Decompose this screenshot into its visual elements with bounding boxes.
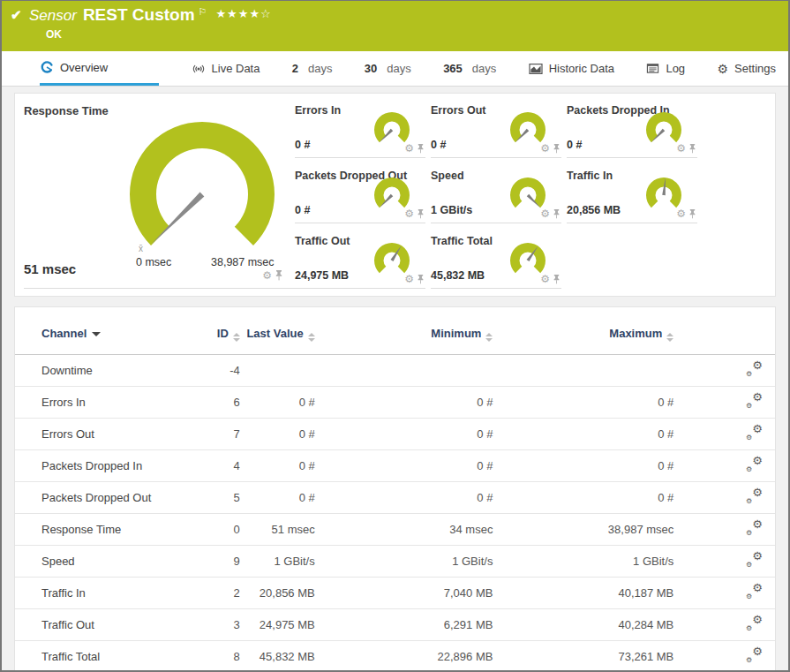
panel-actions: ⚙ (262, 269, 283, 281)
tab-live-data[interactable]: Live Data (192, 51, 260, 86)
status-check-icon: ✔ (11, 7, 22, 23)
gauge-value: 24,975 MB (295, 269, 349, 282)
pin-icon[interactable] (417, 274, 425, 284)
channel-id: 9 (188, 546, 239, 578)
gauge-panel-packets-dropped-out: Packets Dropped Out 0 # ⚙ (295, 162, 425, 223)
channel-last-value: 0 # (240, 419, 315, 450)
gauge-title: Speed (431, 170, 464, 182)
header-id[interactable]: ID (188, 321, 239, 355)
channel-name[interactable]: Speed (15, 546, 188, 578)
table-row-packets-dropped-out: Packets Dropped Out 5 0 # 0 # 0 # ⚙⚙ (15, 482, 775, 514)
tab-365-days[interactable]: 365 days (443, 51, 496, 86)
channel-settings-icon[interactable]: ⚙⚙ (746, 585, 763, 599)
gear-icon[interactable]: ⚙ (540, 208, 550, 219)
channel-minimum: 7,040 MB (315, 578, 493, 609)
pin-icon[interactable] (417, 143, 425, 154)
priority-stars[interactable]: ★★★★☆ (215, 7, 271, 20)
channel-minimum: 34 msec (315, 514, 493, 546)
panel-actions: ⚙ (404, 143, 425, 154)
pin-icon[interactable] (553, 274, 561, 284)
tab-overview[interactable]: Overview (40, 51, 159, 86)
pin-icon[interactable] (553, 143, 561, 154)
channel-id: 0 (188, 514, 239, 546)
channel-name[interactable]: Packets Dropped In (15, 450, 188, 482)
tab-historic-data[interactable]: Historic Data (529, 51, 614, 86)
channel-settings-icon[interactable]: ⚙⚙ (746, 648, 763, 662)
sensor-type-label: Sensor (29, 7, 77, 24)
broadcast-icon (192, 62, 206, 76)
channel-name[interactable]: Traffic In (15, 578, 188, 609)
tab-30-days[interactable]: 30 days (365, 51, 411, 86)
channel-name[interactable]: Downtime (15, 355, 188, 387)
channel-id: 3 (188, 609, 239, 641)
gauge-panel-errors-in: Errors In 0 # ⚙ (295, 97, 425, 158)
tab-label: Historic Data (549, 62, 614, 75)
tab-number: 2 (292, 62, 298, 75)
channel-settings-icon[interactable]: ⚙⚙ (746, 394, 763, 408)
gear-icon[interactable]: ⚙ (262, 270, 272, 281)
header-minimum[interactable]: Minimum (315, 321, 493, 355)
channel-minimum: 0 # (315, 482, 493, 514)
channel-name[interactable]: Traffic Out (15, 609, 188, 641)
channel-settings-icon[interactable]: ⚙⚙ (746, 426, 763, 440)
pin-icon[interactable] (688, 143, 696, 154)
table-row-errors-in: Errors In 6 0 # 0 # 0 # ⚙⚙ (15, 387, 775, 419)
pin-icon[interactable] (553, 208, 561, 219)
header-last-value[interactable]: Last Value (240, 321, 315, 355)
gear-icon[interactable]: ⚙ (676, 208, 686, 219)
channel-name[interactable]: Errors Out (15, 419, 188, 450)
gear-icon[interactable]: ⚙ (404, 274, 414, 284)
table-row-errors-out: Errors Out 7 0 # 0 # 0 # ⚙⚙ (15, 419, 775, 450)
channel-id: -4 (188, 355, 239, 387)
channel-settings-icon[interactable]: ⚙⚙ (746, 489, 763, 503)
tab-number: 365 (443, 62, 463, 75)
pin-icon[interactable] (688, 208, 696, 219)
table-row-traffic-out: Traffic Out 3 24,975 MB 6,291 MB 40,284 … (15, 609, 775, 641)
gauge-min-label: 0 msec (136, 256, 171, 268)
channel-minimum: 1 GBit/s (315, 546, 493, 578)
channel-settings-icon[interactable]: ⚙⚙ (746, 553, 763, 567)
tab-log[interactable]: Log (646, 51, 685, 86)
tab-settings[interactable]: ⚙ Settings (717, 51, 776, 86)
channel-settings-icon[interactable]: ⚙⚙ (746, 457, 763, 472)
gauge-value: 0 # (431, 139, 446, 151)
channel-settings-icon[interactable]: ⚙⚙ (746, 616, 763, 630)
sensor-header: ✔ SensorREST Custom⚐★★★★☆ OK (2, 1, 788, 51)
sort-direction-icon (92, 332, 101, 336)
gauge-panel-traffic-out: Traffic Out 24,975 MB ⚙ (295, 228, 425, 289)
panel-actions: ⚙ (404, 274, 425, 284)
channel-maximum (493, 355, 673, 387)
channel-name[interactable]: Errors In (15, 387, 188, 419)
gear-icon[interactable]: ⚙ (676, 143, 686, 154)
gear-icon[interactable]: ⚙ (404, 143, 414, 154)
channel-maximum: 73,261 MB (493, 641, 673, 672)
sort-icon (485, 333, 493, 342)
tab-label: Settings (734, 62, 776, 75)
channel-last-value: 45,832 MB (240, 641, 315, 672)
channel-last-value: 51 msec (240, 514, 315, 546)
panel-actions: ⚙ (540, 208, 561, 219)
gear-icon[interactable]: ⚙ (540, 274, 550, 284)
gauge-title: Traffic In (567, 170, 613, 182)
pin-icon[interactable] (417, 208, 425, 219)
table-row-downtime: Downtime -4 ⚙⚙ (15, 355, 775, 387)
header-channel[interactable]: Channel (15, 321, 188, 355)
gauge-max-label: 38,987 msec (211, 256, 275, 268)
channels-table: Channel ID Last Value Minimum Maximum Do… (15, 321, 775, 672)
gauge-panel-speed: Speed 1 GBit/s ⚙ (431, 162, 561, 223)
channel-name[interactable]: Traffic Total (15, 641, 188, 672)
channel-name[interactable]: Packets Dropped Out (15, 482, 188, 514)
tab-2-days[interactable]: 2 days (292, 51, 333, 86)
channel-settings-icon[interactable]: ⚙⚙ (746, 362, 763, 376)
gauge-chart (643, 111, 685, 147)
pin-icon[interactable] (275, 269, 283, 281)
channel-settings-icon[interactable]: ⚙⚙ (746, 521, 763, 535)
header-maximum[interactable]: Maximum (493, 321, 673, 355)
channel-id: 7 (188, 419, 239, 450)
gear-icon: ⚙ (717, 63, 728, 75)
channel-name[interactable]: Response Time (15, 514, 188, 546)
gear-icon[interactable]: ⚙ (540, 143, 550, 154)
channel-last-value: 0 # (240, 387, 315, 419)
table-header-row: Channel ID Last Value Minimum Maximum (15, 321, 775, 355)
gear-icon[interactable]: ⚙ (404, 208, 414, 219)
